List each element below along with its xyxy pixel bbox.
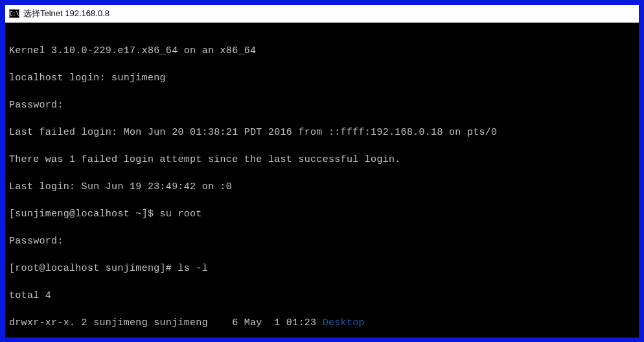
output-line: Password: <box>9 98 635 112</box>
dir-name: Desktop <box>323 317 365 328</box>
file-meta: drwxr-xr-x. 2 sunjimeng sunjimeng 6 May … <box>9 317 323 328</box>
output-line: Password: <box>9 234 635 248</box>
window-title: 选择Telnet 192.168.0.8 <box>23 8 109 19</box>
cmd-icon: C:\ <box>9 9 19 18</box>
list-item: drwxr-xr-x. 2 sunjimeng sunjimeng 6 May … <box>9 316 635 330</box>
prompt-line: [sunjimeng@localhost ~]$ su root <box>9 207 635 221</box>
titlebar[interactable]: C:\ 选择Telnet 192.168.0.8 <box>5 5 639 23</box>
output-line: localhost login: sunjimeng <box>9 71 635 85</box>
output-line: Last login: Sun Jun 19 23:49:42 on :0 <box>9 180 635 194</box>
terminal-window: C:\ 选择Telnet 192.168.0.8 Kernel 3.10.0-2… <box>5 5 639 337</box>
output-line: There was 1 failed login attempt since t… <box>9 153 635 166</box>
output-line: Last failed login: Mon Jun 20 01:38:21 P… <box>9 126 635 139</box>
prompt-line: [root@localhost sunjimeng]# ls -l <box>9 262 635 275</box>
output-line: Kernel 3.10.0-229.e17.x86_64 on an x86_6… <box>9 44 635 58</box>
terminal-body[interactable]: Kernel 3.10.0-229.e17.x86_64 on an x86_6… <box>5 23 639 337</box>
output-line: total 4 <box>9 289 635 302</box>
